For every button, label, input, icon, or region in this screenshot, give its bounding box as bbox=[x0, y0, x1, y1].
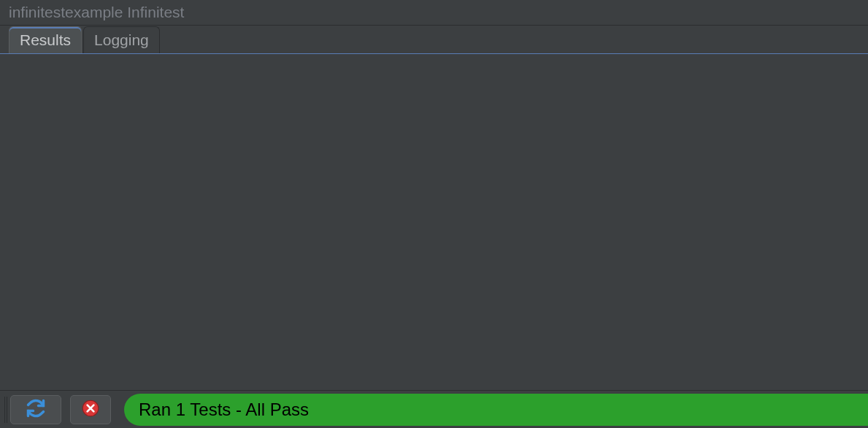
refresh-button[interactable] bbox=[10, 395, 61, 424]
status-message-text: Ran 1 Tests - All Pass bbox=[139, 400, 309, 420]
grip-handle[interactable] bbox=[4, 397, 7, 423]
status-message: Ran 1 Tests - All Pass bbox=[124, 394, 868, 426]
panel-title-text: infinitestexample Infinitest bbox=[9, 4, 184, 21]
tab-results-label: Results bbox=[20, 31, 71, 48]
status-bar: Ran 1 Tests - All Pass bbox=[0, 390, 868, 428]
results-content bbox=[0, 54, 868, 390]
tab-logging[interactable]: Logging bbox=[83, 26, 160, 53]
tab-logging-label: Logging bbox=[94, 31, 149, 48]
panel-title: infinitestexample Infinitest bbox=[0, 0, 868, 25]
tab-bar: Results Logging bbox=[0, 26, 868, 53]
tab-results[interactable]: Results bbox=[9, 26, 82, 53]
cancel-button[interactable] bbox=[70, 395, 111, 424]
cancel-icon bbox=[81, 399, 100, 421]
refresh-icon bbox=[26, 398, 46, 421]
